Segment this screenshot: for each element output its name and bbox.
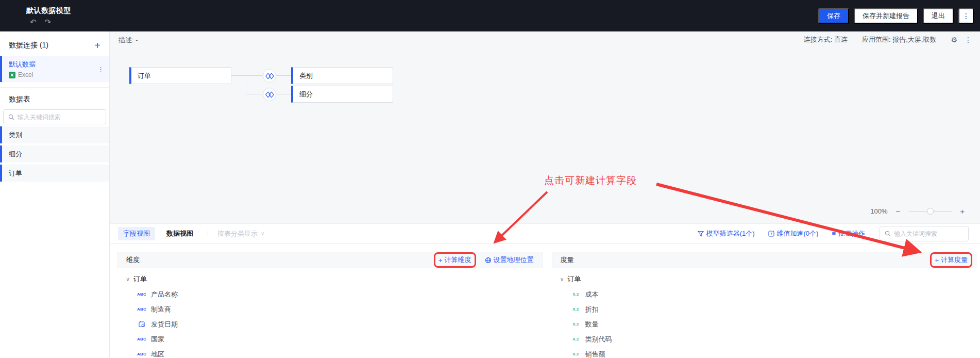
measures-title: 度量 <box>561 255 574 265</box>
dimension-field[interactable]: ABC 制造商 <box>117 302 543 317</box>
gear-icon[interactable]: ⚙ <box>951 36 957 44</box>
hamburger-icon: ≡ <box>832 230 836 237</box>
join-relation-icon[interactable] <box>263 69 276 83</box>
batch-operations-link[interactable]: ≡ 批量操作 <box>832 229 865 238</box>
topbar: 默认数据模型 ↶ ↷ 保存 保存并新建报告 退出 ⋮ <box>0 0 980 31</box>
connection-item[interactable]: 默认数据 Excel ⋮ <box>0 56 109 82</box>
node-orders[interactable]: 订单 <box>129 67 231 84</box>
save-button[interactable]: 保存 <box>818 8 849 24</box>
measure-field[interactable]: 0.2 成本 <box>552 287 977 302</box>
measure-group-orders[interactable]: ∨ 订单 <box>552 271 977 287</box>
zoom-out-button[interactable]: − <box>895 207 900 216</box>
zoom-slider[interactable] <box>908 211 952 212</box>
dimension-field[interactable]: 发货日期 <box>117 317 543 332</box>
table-item-segment[interactable]: 细分 <box>0 145 109 162</box>
undo-icon[interactable]: ↶ <box>30 18 37 26</box>
search-icon <box>885 231 891 237</box>
number-type-icon: 0.2 <box>571 337 581 341</box>
connection-more-icon[interactable]: ⋮ <box>97 66 104 73</box>
node-category[interactable]: 类别 <box>291 67 393 84</box>
table-search-input[interactable] <box>18 113 101 121</box>
text-type-icon: ABC <box>137 292 147 297</box>
join-relation-icon[interactable] <box>263 88 276 101</box>
model-filter-link[interactable]: 模型筛选器(1个) <box>698 229 755 238</box>
add-calc-measure-button[interactable]: + 计算度量 <box>935 255 968 265</box>
measures-panel: 度量 + 计算度量 ∨ 订单 0.2 成本 0.2 <box>552 252 977 358</box>
tab-field-view[interactable]: 字段视图 <box>118 227 155 240</box>
date-type-icon <box>137 321 147 328</box>
plus-icon: + <box>438 256 443 264</box>
dimension-field[interactable]: ABC 国家 <box>117 332 543 347</box>
sidebar: 数据连接 (1) + 默认数据 Excel ⋮ 数据表 类别 细分 订单 <box>0 31 110 358</box>
table-item-category[interactable]: 类别 <box>0 126 109 143</box>
data-connections-label: 数据连接 (1) <box>9 41 48 50</box>
topbar-more-button[interactable]: ⋮ <box>958 8 974 24</box>
measure-field[interactable]: 0.2 数量 <box>552 317 977 332</box>
save-and-new-report-button[interactable]: 保存并新建报告 <box>854 8 918 24</box>
measure-field[interactable]: 0.2 销售额 <box>552 347 977 358</box>
accelerate-icon <box>768 231 774 237</box>
dimensions-panel: 维度 + 计算维度 设置地理位置 ∨ 订单 <box>117 252 543 358</box>
zoom-level: 100% <box>870 207 887 215</box>
connection-name: 默认数据 <box>9 60 36 69</box>
edge-line <box>246 94 263 94</box>
excel-icon <box>9 72 15 78</box>
node-segment[interactable]: 细分 <box>291 86 393 103</box>
number-type-icon: 0.2 <box>571 307 581 312</box>
description-text: 描述: - <box>119 36 138 45</box>
field-search-input[interactable] <box>894 230 964 237</box>
text-type-icon: ABC <box>137 307 147 312</box>
model-title: 默认数据模型 <box>26 6 71 15</box>
fields-section: 字段视图 数据视图 按表分类显示 ∨ 模型筛选器(1个) 维值加速(0个) ≡ … <box>110 223 980 358</box>
edge-line <box>231 75 263 76</box>
plus-icon: + <box>935 256 939 264</box>
table-item-orders[interactable]: 订单 <box>0 165 109 182</box>
model-canvas: 描述: - 连接方式: 直连 应用范围: 报告,大屏,取数 ⚙ ⋮ 订单 类别 … <box>110 31 980 223</box>
zoom-in-button[interactable]: + <box>960 207 965 216</box>
dim-accelerate-link[interactable]: 维值加速(0个) <box>768 229 819 238</box>
chevron-down-icon: ∨ <box>560 276 564 283</box>
search-icon <box>8 114 14 120</box>
add-calc-dimension-button[interactable]: + 计算维度 <box>438 255 471 265</box>
number-type-icon: 0.2 <box>571 292 581 297</box>
tab-data-view[interactable]: 数据视图 <box>161 227 198 240</box>
data-tables-label: 数据表 <box>0 88 109 109</box>
globe-icon <box>485 257 492 264</box>
connection-type: Excel <box>18 71 33 78</box>
annotation-text: 点击可新建计算字段 <box>544 174 637 187</box>
edge-line <box>276 94 291 94</box>
zoom-slider-handle[interactable] <box>927 208 934 215</box>
chevron-down-icon: ∨ <box>126 276 130 283</box>
tab-separator <box>208 230 208 237</box>
measure-field[interactable]: 0.2 类别代码 <box>552 332 977 347</box>
group-by-table-dropdown[interactable]: 按表分类显示 ∨ <box>217 229 264 238</box>
text-type-icon: ABC <box>137 337 147 341</box>
kebab-icon: ⋮ <box>962 12 970 20</box>
exit-button[interactable]: 退出 <box>923 8 954 24</box>
edge-line <box>276 75 291 76</box>
dimension-field[interactable]: ABC 地区 <box>117 347 543 358</box>
canvas-more-icon[interactable]: ⋮ <box>965 36 972 44</box>
chevron-down-icon: ∨ <box>261 231 264 236</box>
number-type-icon: 0.2 <box>571 322 581 327</box>
edge-line <box>246 75 246 94</box>
field-search[interactable] <box>880 226 969 241</box>
connect-mode-label: 连接方式: 直连 <box>804 35 848 44</box>
number-type-icon: 0.2 <box>571 352 581 356</box>
table-search[interactable] <box>3 109 106 124</box>
measure-field[interactable]: 0.2 折扣 <box>552 302 977 317</box>
redo-icon[interactable]: ↷ <box>45 18 52 26</box>
filter-icon <box>698 231 704 237</box>
dimensions-title: 维度 <box>126 255 140 265</box>
scope-label: 应用范围: 报告,大屏,取数 <box>862 35 936 44</box>
set-geo-role-button[interactable]: 设置地理位置 <box>485 255 534 265</box>
dimension-group-orders[interactable]: ∨ 订单 <box>117 271 543 287</box>
text-type-icon: ABC <box>137 352 147 356</box>
dimension-field[interactable]: ABC 产品名称 <box>117 287 543 302</box>
add-connection-button[interactable]: + <box>94 40 100 51</box>
